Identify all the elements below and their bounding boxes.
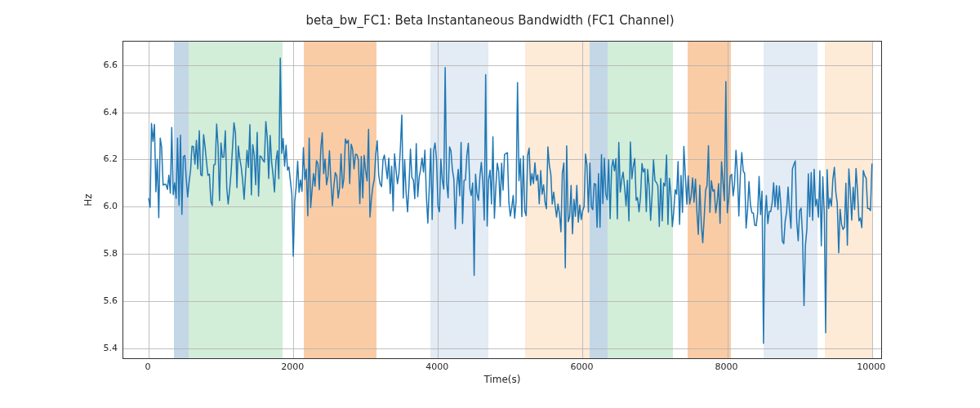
y-tick-label: 6.0: [85, 201, 118, 211]
x-tick-label: 8000: [715, 361, 738, 372]
y-tick-label: 5.8: [85, 248, 118, 259]
x-axis-label: Time(s): [122, 374, 882, 385]
y-tick-label: 6.6: [85, 59, 118, 69]
chart-title: beta_bw_FC1: Beta Instantaneous Bandwidt…: [0, 13, 980, 28]
x-tick-label: 4000: [425, 361, 448, 372]
x-tick-label: 10000: [857, 361, 885, 372]
x-tick-label: 6000: [570, 361, 593, 372]
y-tick-label: 6.4: [85, 106, 118, 117]
x-tick-label: 0: [145, 361, 151, 372]
x-tick-label: 2000: [281, 361, 304, 372]
y-tick-label: 6.2: [85, 153, 118, 164]
y-tick-label: 5.4: [85, 342, 118, 353]
plot-area: [122, 41, 882, 359]
y-tick-label: 5.6: [85, 295, 118, 305]
chart-figure: beta_bw_FC1: Beta Instantaneous Bandwidt…: [0, 0, 980, 408]
series-line: [123, 42, 882, 359]
